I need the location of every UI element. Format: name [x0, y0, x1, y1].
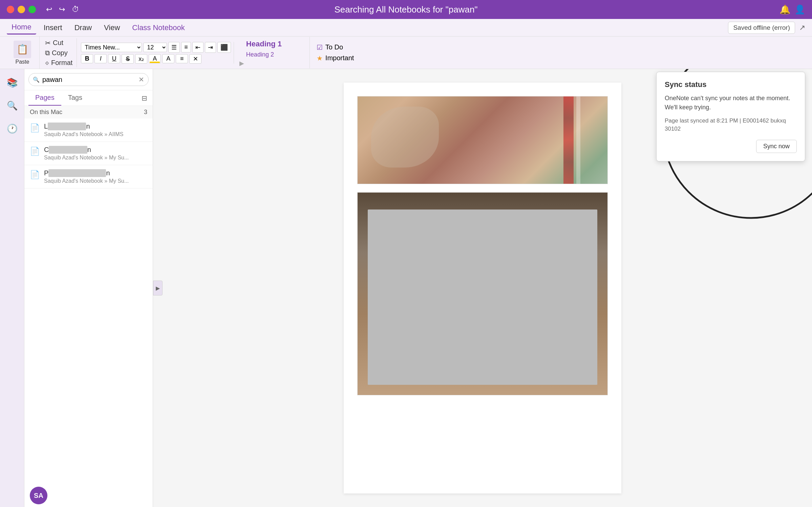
- cut-label: Cut: [53, 39, 63, 47]
- bullet-list-button[interactable]: ☰: [168, 42, 180, 53]
- history-button[interactable]: ⏱: [70, 4, 81, 15]
- minimize-button[interactable]: [18, 6, 25, 13]
- content-image-1: [357, 96, 608, 184]
- bell-icon[interactable]: 🔔: [779, 4, 790, 15]
- cut-copy-format-section: ✂ Cut ⧉ Copy ⟐ Format: [41, 38, 77, 67]
- search-clear-button[interactable]: ✕: [138, 75, 144, 84]
- format-label: Format: [51, 59, 72, 67]
- todo-label: To Do: [325, 43, 343, 51]
- menu-home[interactable]: Home: [7, 21, 36, 35]
- titlebar: ↩ ↪ ⏱ Searching All Notebooks for "pawan…: [0, 0, 812, 19]
- paste-icon: 📋: [14, 41, 31, 58]
- paste-label: Paste: [16, 59, 29, 65]
- section-count: 3: [144, 109, 147, 116]
- filter-icon[interactable]: ⊟: [142, 94, 147, 102]
- search-input[interactable]: [42, 76, 136, 84]
- list-item[interactable]: 📄 L████████n Saquib Azad's Notebook » AI…: [24, 118, 153, 142]
- font-selector[interactable]: Times New...: [81, 43, 142, 52]
- clear-format-button[interactable]: ✕: [189, 54, 201, 64]
- result-subtitle-1: Saquib Azad's Notebook » AIIMS: [44, 131, 147, 137]
- todo-checkbox-icon: ☑: [317, 43, 323, 51]
- avatar[interactable]: SA: [30, 487, 47, 504]
- sidebar-footer: SA: [24, 483, 153, 507]
- section-label: On this Mac: [30, 109, 62, 116]
- tab-tags[interactable]: Tags: [61, 90, 89, 106]
- todo-tag-button[interactable]: ☑ To Do: [317, 43, 354, 51]
- list-item[interactable]: 📄 C████████n Saquib Azad's Notebook » My…: [24, 142, 153, 165]
- result-title-1: L████████n: [44, 123, 147, 130]
- result-subtitle-2: Saquib Azad's Notebook » My Su...: [44, 155, 147, 161]
- result-doc-icon-3: 📄: [30, 170, 40, 179]
- highlight-clear-button[interactable]: ⬛: [217, 42, 231, 53]
- menu-draw[interactable]: Draw: [70, 21, 97, 34]
- menubar: Home Insert Draw View Class Notebook Sav…: [0, 19, 812, 37]
- result-text-1: L████████n Saquib Azad's Notebook » AIIM…: [44, 123, 147, 137]
- sidebar-recent-icon[interactable]: 🕐: [4, 120, 20, 137]
- sync-detail: Page last synced at 8:21 PM | E0001462 b…: [665, 117, 797, 133]
- close-button[interactable]: [7, 6, 14, 13]
- search-input-container: 🔍 ✕: [28, 73, 149, 86]
- search-box-wrap: 🔍 ✕: [24, 69, 153, 90]
- result-subtitle-3: Saquib Azad's Notebook » My Su...: [44, 178, 147, 184]
- paste-section: 📋 Paste: [5, 37, 40, 69]
- menu-insert[interactable]: Insert: [39, 21, 67, 34]
- copy-icon: ⧉: [45, 49, 50, 57]
- sync-now-button[interactable]: Sync now: [756, 140, 797, 153]
- user-icon[interactable]: 👤: [794, 4, 805, 15]
- undo-button[interactable]: ↩: [44, 4, 54, 15]
- copy-button[interactable]: ⧉ Copy: [44, 48, 74, 58]
- list-item[interactable]: 📄 P████████████n Saquib Azad's Notebook …: [24, 165, 153, 189]
- indent-dec-button[interactable]: ⇤: [192, 42, 204, 53]
- italic-button[interactable]: I: [94, 54, 107, 63]
- sidebar-notebooks-icon[interactable]: 📚: [4, 74, 20, 91]
- heading-section: Heading 1 Heading 2 ▶: [235, 37, 310, 68]
- result-text-2: C████████n Saquib Azad's Notebook » My S…: [44, 146, 147, 161]
- redo-button[interactable]: ↪: [57, 4, 67, 15]
- page-content: [344, 83, 621, 493]
- cut-button[interactable]: ✂ Cut: [44, 38, 74, 48]
- text-highlight-button[interactable]: A: [162, 54, 174, 63]
- heading-expand-button[interactable]: ▶: [239, 60, 244, 67]
- bold-button[interactable]: B: [81, 54, 93, 63]
- window-title: Searching All Notebooks for "pawan": [334, 4, 477, 15]
- share-button[interactable]: ↗: [799, 23, 805, 32]
- result-title-2: C████████n: [44, 146, 147, 154]
- heading1-button[interactable]: Heading 1: [239, 38, 289, 50]
- image-inner-rect: [368, 210, 597, 385]
- format-button[interactable]: ⟐ Format: [44, 58, 74, 67]
- font-color-button[interactable]: A: [149, 54, 161, 63]
- cut-icon: ✂: [45, 39, 51, 47]
- menu-class-notebook[interactable]: Class Notebook: [127, 21, 189, 34]
- window-controls: [7, 6, 36, 13]
- align-button[interactable]: ≡: [176, 54, 188, 63]
- star-icon: ★: [317, 54, 323, 62]
- sidebar-search-icon[interactable]: 🔍: [4, 97, 20, 114]
- tab-pages[interactable]: Pages: [28, 90, 61, 106]
- content-image-2: [357, 192, 608, 395]
- main-container: 📚 🔍 🕐 🔍 ✕ Pages Tags ⊟ On this Mac 3: [0, 69, 812, 507]
- panel-collapse-button[interactable]: ▶: [153, 281, 163, 295]
- underline-button[interactable]: U: [108, 54, 120, 63]
- format-icon: ⟐: [45, 59, 49, 67]
- paste-button[interactable]: 📋 Paste: [9, 41, 35, 65]
- font-size-selector[interactable]: 12: [143, 43, 167, 52]
- result-doc-icon-1: 📄: [30, 123, 40, 133]
- result-doc-icon-2: 📄: [30, 147, 40, 156]
- heading2-button[interactable]: Heading 2: [239, 50, 281, 60]
- strikethrough-button[interactable]: S̶: [122, 54, 134, 64]
- sync-popup-title: Sync status: [665, 80, 797, 89]
- result-title-3: P████████████n: [44, 169, 147, 177]
- numbered-list-button[interactable]: ≡: [181, 42, 191, 52]
- saved-offline-badge[interactable]: Saved offline (error): [728, 22, 795, 34]
- font-section: Times New... 12 ☰ ≡ ⇤ ⇥ ⬛ B I U S̶ x₂ A …: [78, 42, 234, 64]
- toolbar: 📋 Paste ✂ Cut ⧉ Copy ⟐ Format Times New.…: [0, 37, 812, 69]
- filter-icon-wrap: ⊟: [142, 90, 149, 106]
- search-tabs: Pages Tags ⊟: [24, 90, 153, 106]
- search-section-header: On this Mac 3: [24, 106, 153, 118]
- important-tag-button[interactable]: ★ Important: [317, 54, 354, 62]
- subscript-button[interactable]: x₂: [135, 54, 147, 64]
- copy-label: Copy: [52, 49, 68, 57]
- indent-inc-button[interactable]: ⇥: [205, 42, 216, 53]
- maximize-button[interactable]: [28, 6, 36, 13]
- menu-view[interactable]: View: [99, 21, 125, 34]
